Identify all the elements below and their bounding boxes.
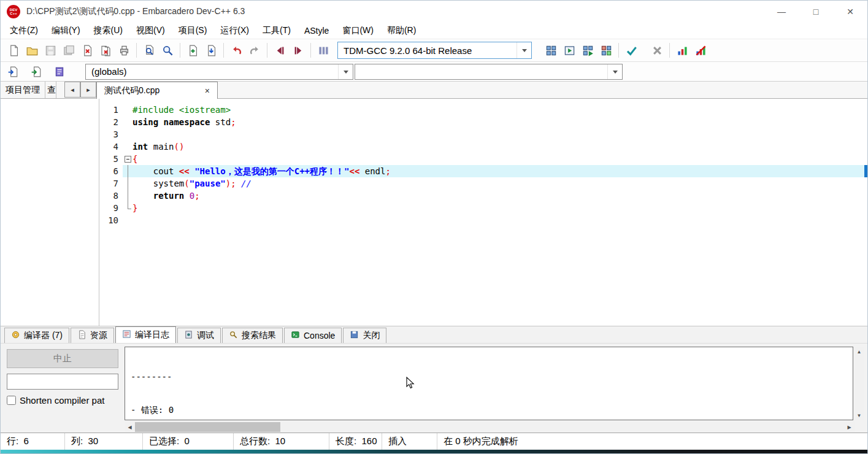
code-line[interactable]: 10 <box>99 214 867 226</box>
chevron-down-icon[interactable] <box>517 42 531 58</box>
run-icon[interactable] <box>560 41 578 60</box>
menu-astyle[interactable]: AStyle <box>298 24 336 37</box>
goto-line-icon[interactable] <box>202 41 220 60</box>
tab-close-icon[interactable]: × <box>205 87 210 95</box>
minimize-button[interactable]: — <box>764 1 799 23</box>
line-number[interactable]: 1 <box>99 104 123 116</box>
menu-file[interactable]: 文件(Z) <box>3 23 45 38</box>
log-filter-input[interactable] <box>7 374 118 390</box>
menu-run[interactable]: 运行(X) <box>213 23 256 38</box>
menu-project[interactable]: 项目(S) <box>172 23 214 38</box>
fold-marker-icon[interactable] <box>123 153 133 165</box>
compile-run-icon[interactable] <box>578 41 597 60</box>
status-parse-info: 在 0 秒内完成解析 <box>437 433 867 450</box>
code-line[interactable]: 7 system("pause"); // <box>99 177 867 190</box>
close-file-icon[interactable] <box>78 41 96 60</box>
maximize-button[interactable]: □ <box>799 1 833 23</box>
toolbar-separator <box>310 43 311 58</box>
forward-icon[interactable] <box>289 41 307 60</box>
open-file-icon[interactable] <box>23 41 41 60</box>
line-number[interactable]: 3 <box>99 128 123 140</box>
tab-resource[interactable]: 资源 <box>71 328 114 343</box>
code-line[interactable]: 2using namespace std; <box>99 116 867 128</box>
find-icon[interactable] <box>140 41 158 60</box>
tab-compile-log[interactable]: 编译日志 <box>115 326 176 343</box>
delete-profiling-icon[interactable] <box>691 41 710 60</box>
tab-search-results[interactable]: 搜索结果 <box>222 328 283 343</box>
menu-window[interactable]: 窗口(W) <box>336 23 380 38</box>
globals-select[interactable]: (globals) <box>85 64 353 80</box>
replace-icon[interactable] <box>158 41 177 60</box>
scroll-left-icon[interactable]: ◀ <box>125 421 135 433</box>
code-editor[interactable]: 1#include <iostream>2using namespace std… <box>99 99 867 326</box>
project-panel[interactable] <box>1 99 99 326</box>
window-bottom-edge <box>1 450 867 453</box>
goto-declaration-icon[interactable] <box>4 64 21 80</box>
menu-edit[interactable]: 编辑(Y) <box>45 23 87 38</box>
menu-help[interactable]: 帮助(R) <box>380 23 423 38</box>
print-icon[interactable] <box>115 41 133 60</box>
line-number[interactable]: 4 <box>99 140 123 153</box>
editor-tab[interactable]: 测试代码0.cpp × <box>96 82 218 99</box>
profile-icon[interactable] <box>673 41 691 60</box>
line-number[interactable]: 10 <box>99 214 123 226</box>
back-icon[interactable] <box>271 41 289 60</box>
code-line[interactable]: 4int main() <box>99 140 867 153</box>
goto-implementation-icon[interactable] <box>28 64 45 80</box>
line-number[interactable]: 6 <box>99 165 123 177</box>
vertical-scrollbar[interactable]: ▲ ▼ <box>854 347 864 420</box>
tab-console[interactable]: Console <box>284 328 342 343</box>
members-select[interactable] <box>355 64 623 80</box>
sidebar-tab-project[interactable]: 项目管理 <box>1 82 45 98</box>
menu-tools[interactable]: 工具(T) <box>256 23 298 38</box>
horizontal-scrollbar[interactable]: ◀ ▶ <box>125 421 855 433</box>
line-number[interactable]: 9 <box>99 202 123 214</box>
tab-scroll-right-icon[interactable]: ▸ <box>80 82 96 98</box>
undo-icon[interactable] <box>227 41 245 60</box>
code-line[interactable]: 8 return 0; <box>99 190 867 202</box>
menu-search[interactable]: 搜索(U) <box>87 23 129 38</box>
fold-marker-icon <box>123 165 133 177</box>
code-line[interactable]: 9} <box>99 202 867 214</box>
abort-button[interactable]: 中止 <box>7 349 118 368</box>
scroll-right-icon[interactable]: ▶ <box>844 421 855 433</box>
tab-debug[interactable]: 调试 <box>177 328 221 343</box>
syntax-check-icon[interactable] <box>622 41 640 60</box>
tab-close-panel[interactable]: 关闭 <box>343 328 386 343</box>
tab-compile-log-label: 编译日志 <box>135 329 169 340</box>
line-number[interactable]: 8 <box>99 190 123 202</box>
shorten-paths-checkbox[interactable] <box>7 396 16 405</box>
save-icon[interactable] <box>41 41 60 60</box>
hscroll-thumb[interactable] <box>135 422 280 432</box>
line-number[interactable]: 2 <box>99 116 123 128</box>
code-line[interactable]: 3 <box>99 128 867 140</box>
code-line[interactable]: 5{ <box>99 153 867 165</box>
save-all-icon[interactable] <box>60 41 78 60</box>
code-line[interactable]: 1#include <iostream> <box>99 104 867 116</box>
compiler-select[interactable]: TDM-GCC 9.2.0 64-bit Release <box>337 42 532 59</box>
tab-scroll-left-icon[interactable]: ◂ <box>64 82 80 98</box>
close-button[interactable]: ✕ <box>833 1 867 23</box>
rebuild-icon[interactable] <box>597 41 615 60</box>
format-icon[interactable] <box>314 41 332 60</box>
menu-view[interactable]: 视图(V) <box>129 23 172 38</box>
new-file-icon[interactable] <box>4 41 23 60</box>
scroll-down-icon[interactable]: ▼ <box>854 410 864 420</box>
sidebar-tab-clipped[interactable]: 查 <box>45 82 56 98</box>
compile-icon[interactable] <box>542 41 560 60</box>
toolbar-separator <box>223 43 224 58</box>
scroll-up-icon[interactable]: ▲ <box>854 347 864 356</box>
redo-icon[interactable] <box>245 41 264 60</box>
toggle-header-source-icon[interactable] <box>51 64 68 80</box>
insert-icon[interactable] <box>183 41 202 60</box>
line-number[interactable]: 5 <box>99 153 123 165</box>
abort-compile-icon[interactable] <box>648 41 666 60</box>
tab-compiler[interactable]: 编译器 (7) <box>4 328 69 343</box>
app-logo-icon: DEV C++ <box>7 5 20 18</box>
chevron-down-icon[interactable] <box>338 64 353 79</box>
chevron-down-icon[interactable] <box>607 64 622 79</box>
code-line[interactable]: 6 cout << "Hello，这是我的第一个C++程序！！"<< endl; <box>99 165 867 177</box>
line-number[interactable]: 7 <box>99 177 123 190</box>
compile-log-output[interactable]: -------- - 错误: 0 - 警告: 0 - 输出文件名: D:\CPP… <box>125 347 853 420</box>
close-all-icon[interactable] <box>96 41 115 60</box>
